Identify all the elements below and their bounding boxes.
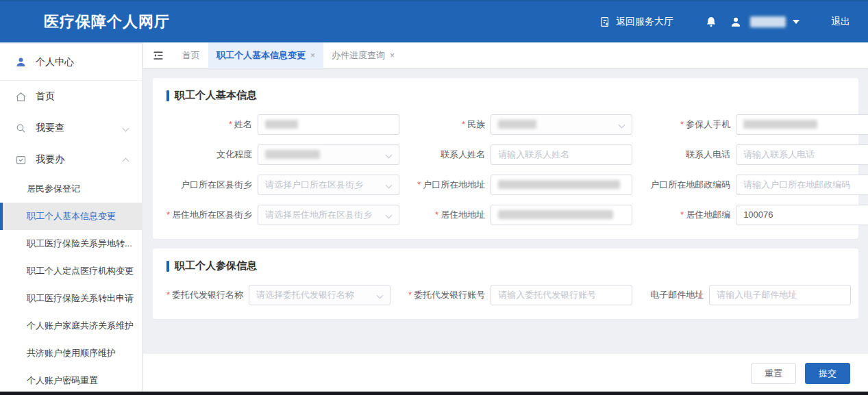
residence-district-select[interactable]: 请选择居住地所在区县街乡 — [258, 205, 399, 225]
education-select[interactable] — [258, 144, 399, 165]
tab-employee-info-change[interactable]: 职工个人基本信息变更 × — [208, 42, 323, 68]
sidebar-item-home[interactable]: 首页 — [0, 81, 142, 112]
field-label: *居住地所在区县街乡 — [166, 209, 252, 221]
chevron-up-icon — [123, 157, 129, 164]
notification-bell-button[interactable] — [705, 16, 717, 28]
sidebar-fold-icon[interactable] — [152, 49, 164, 62]
bottom-dark-strip — [0, 392, 868, 395]
close-icon[interactable]: × — [310, 51, 315, 60]
basic-info-form: *姓名 *民族 *参保人手机 — [166, 114, 845, 225]
sidebar-subitem-insurance-relation-transfer-in[interactable]: 职工医疗保险关系异地转... — [0, 230, 142, 257]
field-bank-account: *委托代发银行账号 请输入委托代发银行账号 — [408, 284, 632, 305]
return-hall-label: 返回服务大厅 — [616, 16, 673, 28]
user-icon — [15, 56, 27, 68]
ethnicity-select[interactable] — [491, 114, 632, 135]
sidebar-item-label: 我要查 — [36, 122, 64, 134]
chevron-down-icon — [123, 125, 129, 131]
required-asterisk: * — [680, 209, 684, 220]
user-avatar-button[interactable] — [730, 16, 742, 28]
document-arrow-icon — [599, 16, 611, 28]
field-label: *参保人手机 — [680, 118, 730, 131]
field-label: *电子邮件地址 — [650, 289, 704, 301]
sidebar-item-label: 我要办 — [36, 153, 64, 166]
redacted-value — [498, 180, 620, 189]
redacted-value — [498, 210, 613, 219]
required-asterisk: * — [417, 179, 421, 190]
redacted-value — [498, 120, 536, 129]
hukou-district-select[interactable]: 请选择户口所在区县街乡 — [258, 175, 399, 195]
main-area: 首页 职工个人基本信息变更 × 办件进度查询 × 职工个人基本信息 *姓名 — [143, 42, 868, 395]
sidebar-subitem-resident-registration[interactable]: 居民参保登记 — [0, 175, 142, 203]
required-asterisk: * — [166, 209, 170, 220]
field-residence-postcode: *居住地邮编 100076 — [650, 204, 868, 225]
required-asterisk: * — [229, 119, 232, 129]
sidebar-subitem-designated-hospital-change[interactable]: 职工个人定点医疗机构变更 — [0, 257, 142, 285]
field-insured-phone: *参保人手机 — [650, 114, 868, 135]
field-label: *户口所在地邮政编码 — [650, 179, 730, 191]
sidebar-subitem-employee-info-change[interactable]: 职工个人基本信息变更 — [0, 203, 142, 230]
email-input[interactable]: 请输入电子邮件地址 — [709, 285, 851, 305]
username-redacted — [750, 16, 786, 27]
folder-check-icon — [15, 154, 27, 166]
tab-label: 首页 — [182, 49, 200, 62]
field-hukou-postcode: *户口所在地邮政编码 请输入户口所在地邮政编码 — [650, 174, 868, 195]
close-icon[interactable]: × — [390, 51, 395, 60]
person-icon — [730, 16, 742, 28]
tab-label: 职工个人基本信息变更 — [216, 49, 306, 62]
redacted-value — [265, 150, 320, 159]
chevron-down-icon[interactable] — [793, 20, 799, 24]
field-label: *姓名 — [229, 118, 252, 131]
field-label: *文化程度 — [216, 149, 252, 161]
field-label: *联系人电话 — [686, 149, 730, 161]
field-hukou-district: *户口所在区县街乡 请选择户口所在区县街乡 — [166, 174, 399, 195]
field-label: *委托代发银行账号 — [408, 289, 485, 301]
chevron-down-icon — [386, 181, 393, 188]
sidebar-item-apply[interactable]: 我要办 — [0, 144, 142, 175]
hukou-address-input[interactable] — [491, 175, 632, 195]
field-ethnicity: *民族 — [417, 114, 632, 135]
required-asterisk: * — [435, 209, 438, 220]
search-icon — [15, 123, 27, 134]
field-hukou-address: *户口所在地地址 — [417, 174, 632, 195]
chevron-down-icon — [386, 212, 393, 218]
field-label: *户口所在地地址 — [417, 179, 485, 191]
redacted-value — [265, 120, 298, 129]
app-header: 医疗保障个人网厅 返回服务大厅 退出 — [0, 0, 868, 42]
content-area: 职工个人基本信息 *姓名 *民族 *参保人手机 — [143, 68, 868, 395]
sidebar-subitem-mutual-account-order[interactable]: 共济账户使用顺序维护 — [0, 340, 142, 367]
contact-phone-input[interactable]: 请输入联系人电话 — [736, 144, 868, 165]
title-bar-accent — [166, 90, 169, 101]
field-bank-name: *委托代发银行名称 请选择委托代发银行名称 — [166, 284, 390, 305]
submit-button[interactable]: 提交 — [805, 363, 850, 384]
insured-info-form: *委托代发银行名称 请选择委托代发银行名称 *委托代发银行账号 请输入委托代发银… — [166, 284, 845, 305]
residence-address-input[interactable] — [491, 205, 632, 225]
bank-name-select[interactable]: 请选择委托代发银行名称 — [249, 285, 390, 305]
required-asterisk: * — [166, 290, 170, 300]
title-bar-accent — [166, 261, 169, 272]
insured-phone-input[interactable] — [736, 114, 868, 135]
bank-account-input[interactable]: 请输入委托代发银行账号 — [491, 285, 632, 305]
sidebar-item-personal-center[interactable]: 个人中心 — [0, 44, 142, 81]
tab-label: 办件进度查询 — [332, 49, 385, 62]
chevron-down-icon — [619, 121, 625, 128]
residence-postcode-input[interactable]: 100076 — [736, 205, 868, 225]
reset-button[interactable]: 重置 — [751, 363, 796, 384]
sidebar-subitem-family-mutual-aid[interactable]: 个人账户家庭共济关系维护 — [0, 312, 142, 340]
tab-home[interactable]: 首页 — [174, 42, 208, 68]
sidebar-subitem-account-password-reset[interactable]: 个人账户密码重置 — [0, 367, 142, 394]
contact-name-input[interactable]: 请输入联系人姓名 — [491, 144, 632, 165]
sidebar-item-query[interactable]: 我要查 — [0, 112, 142, 144]
sidebar-subitem-insurance-relation-transfer-out[interactable]: 职工医疗保险关系转出申请 — [0, 285, 142, 312]
chevron-down-icon — [386, 151, 393, 158]
insured-info-card: 职工个人参保信息 *委托代发银行名称 请选择委托代发银行名称 *委托代发银行账号… — [153, 249, 858, 319]
logout-button[interactable]: 退出 — [831, 16, 850, 28]
return-hall-button[interactable]: 返回服务大厅 — [599, 16, 673, 28]
hukou-postcode-input[interactable]: 请输入户口所在地邮政编码 — [736, 175, 868, 195]
home-icon — [15, 91, 27, 103]
tab-progress-query[interactable]: 办件进度查询 × — [323, 42, 403, 68]
required-asterisk: * — [680, 119, 684, 129]
app-title: 医疗保障个人网厅 — [44, 12, 170, 32]
field-residence-district: *居住地所在区县街乡 请选择居住地所在区县街乡 — [166, 204, 399, 225]
required-asterisk: * — [462, 119, 465, 129]
name-input[interactable] — [258, 114, 399, 135]
